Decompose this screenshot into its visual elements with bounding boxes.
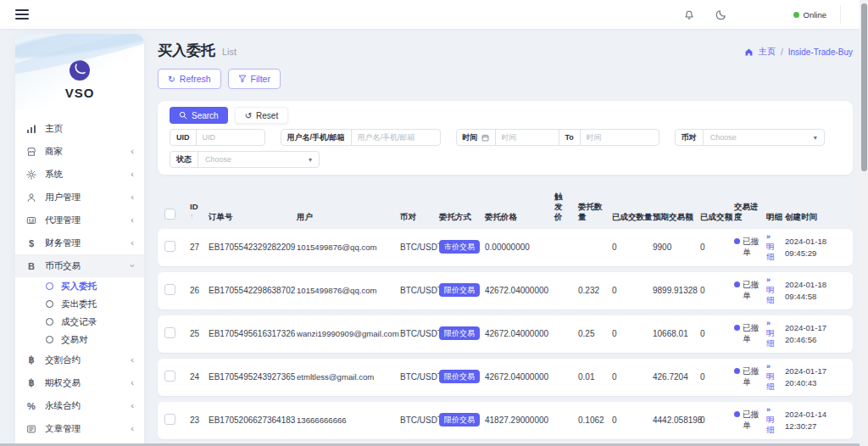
cell-price: 0.00000000	[485, 243, 554, 252]
gear-icon	[25, 170, 37, 180]
id-card-icon	[25, 215, 37, 226]
notifications-button[interactable]	[683, 8, 695, 20]
status-select[interactable]: Choose ▾	[198, 152, 319, 167]
detail-label: 明细	[766, 328, 775, 348]
detail-link[interactable]: »明细	[766, 276, 785, 305]
row-checkbox[interactable]	[164, 414, 175, 425]
sidebar-item-article-management[interactable]: 文章管理 ‹	[15, 417, 144, 440]
cell-pair: BTC/USDT	[400, 286, 439, 295]
pair-select[interactable]: Choose ▾	[704, 130, 824, 145]
sidebar-subitem-sell-orders[interactable]: 卖出委托	[15, 295, 144, 313]
status-label: 已撤单	[743, 366, 765, 387]
double-chevron-icon: »	[766, 362, 771, 371]
uid-filter-group: UID	[170, 129, 265, 146]
sidebar-item-finance-management[interactable]: $ 财务管理 ‹	[15, 231, 144, 254]
sidebar-item-agent-management[interactable]: 代理管理 ‹	[15, 209, 144, 231]
reset-button[interactable]: ↺ Reset	[235, 107, 289, 124]
refresh-button[interactable]: ↻ Refresh	[158, 69, 221, 89]
row-checkbox[interactable]	[164, 284, 175, 295]
method-badge: 限价交易	[439, 413, 480, 426]
sidebar-item-merchant[interactable]: 商家 ‹	[15, 140, 144, 163]
bitcoin-icon: ฿	[25, 354, 37, 365]
detail-link[interactable]: »明细	[766, 232, 785, 262]
cell-price: 41827.29000000	[485, 415, 554, 425]
link-icon: %	[25, 401, 37, 411]
method-badge: 市价交易	[439, 240, 480, 254]
chevron-left-icon: ‹	[131, 401, 134, 410]
online-status: Online	[793, 5, 841, 24]
sidebar-item-spot-trading[interactable]: B 币币交易 ‹	[15, 254, 144, 277]
home-icon	[744, 47, 754, 57]
row-checkbox[interactable]	[164, 371, 175, 382]
cell-order-no: EB1705542329282209	[209, 243, 297, 252]
cell-id: 27	[190, 243, 209, 252]
cell-id: 25	[190, 329, 209, 338]
scrollbar-thumb[interactable]	[861, 3, 867, 171]
col-id[interactable]: ID ↑	[190, 202, 209, 222]
cell-pair: BTC/USDT	[400, 243, 439, 252]
topbar: Online	[0, 0, 868, 29]
sidebar-item-label: 主页	[45, 123, 63, 135]
chevron-left-icon: ‹	[131, 192, 134, 202]
sidebar-subitem-trading-pairs[interactable]: 交易对	[15, 331, 144, 348]
cell-filled-amount: 0	[700, 415, 734, 425]
status-dot-icon	[734, 411, 740, 417]
chevron-down-icon: ‹	[128, 265, 137, 268]
merchant-icon	[25, 147, 37, 157]
status-dot-icon	[734, 238, 740, 244]
sidebar-item-delivery-contracts[interactable]: ฿ 交割合约 ‹	[15, 348, 144, 371]
chevron-left-icon: ‹	[131, 147, 134, 156]
method-badge: 限价交易	[439, 283, 480, 297]
cell-created: 2024-01-14 12:30:27	[785, 409, 844, 432]
filter-button[interactable]: Filter	[228, 69, 281, 89]
sidebar-item-label: 期权交易	[45, 377, 81, 389]
row-checkbox[interactable]	[164, 327, 175, 338]
sidebar-item-home[interactable]: 主页	[15, 117, 144, 140]
cell-order-no: EB1705206627364183	[209, 415, 297, 425]
cell-user: 1015499876@qq.com	[297, 243, 400, 252]
hamburger-menu-icon[interactable]	[15, 7, 29, 22]
sidebar-item-perpetual-contracts[interactable]: % 永续合约 ‹	[15, 394, 144, 417]
cell-pair: BTC/USDT	[400, 415, 439, 425]
cell-expected: 9900	[653, 243, 700, 252]
status-cell: 已撤单	[734, 323, 766, 344]
uid-input[interactable]	[197, 130, 264, 145]
time-from-input[interactable]	[496, 130, 559, 145]
row-checkbox[interactable]	[164, 241, 175, 252]
col-expected: 预期交易额	[653, 212, 700, 222]
sidebar-item-options-trading[interactable]: ฿ 期权交易 ‹	[15, 371, 144, 394]
brand-logo[interactable]: VSO	[15, 34, 144, 110]
search-button-label: Search	[192, 111, 219, 120]
select-all-checkbox[interactable]	[164, 209, 175, 220]
detail-link[interactable]: »明细	[766, 319, 785, 348]
col-pair: 币对	[400, 212, 439, 222]
sidebar-subitem-trade-records[interactable]: 成交记录	[15, 313, 144, 331]
cell-order-no: EB1705542298638702	[209, 286, 297, 295]
time-to-input[interactable]	[581, 130, 659, 145]
cell-id: 23	[190, 415, 209, 425]
breadcrumb-home-link[interactable]: 主页	[759, 46, 776, 58]
sidebar-item-label: 永续合约	[45, 400, 81, 412]
sidebar-item-label: 代理管理	[45, 215, 81, 226]
chevron-left-icon: ‹	[131, 238, 134, 248]
sidebar-item-system[interactable]: 系统 ‹	[15, 163, 144, 186]
detail-link[interactable]: »明细	[766, 362, 785, 392]
dark-mode-button[interactable]	[715, 8, 727, 20]
username-input[interactable]	[352, 130, 440, 145]
status-filter-group: 状态 Choose ▾	[170, 151, 320, 168]
breadcrumb-separator: /	[781, 47, 783, 57]
status-filter-label: 状态	[170, 152, 198, 167]
sidebar-subitem-buy-orders[interactable]: 买入委托	[15, 277, 144, 295]
status-label: 已撤单	[743, 323, 765, 344]
cell-user: wanzi19990909@gmail.com	[297, 329, 400, 338]
vertical-scrollbar[interactable]	[860, 0, 868, 446]
sidebar-item-user-management[interactable]: 用户管理 ‹	[15, 186, 144, 209]
coin-icon: B	[25, 261, 37, 271]
pair-select-value: Choose	[710, 133, 737, 142]
circle-icon	[46, 282, 53, 290]
detail-link[interactable]: »明细	[766, 405, 785, 435]
chevron-left-icon: ‹	[131, 215, 134, 225]
search-button[interactable]: Search	[170, 107, 228, 124]
cell-user: 1015499876@qq.com	[297, 286, 400, 295]
circle-icon	[46, 336, 53, 343]
